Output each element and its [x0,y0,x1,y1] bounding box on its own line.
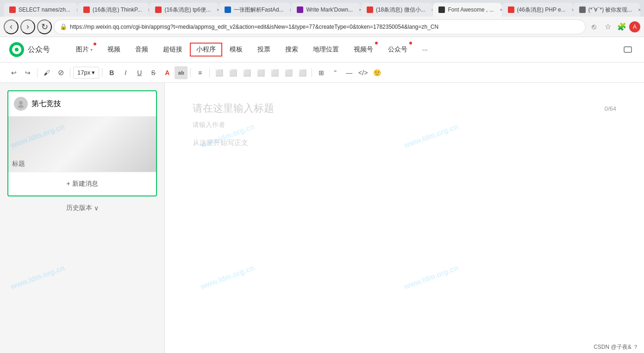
tab-9[interactable]: (*´∀`*) 被你发现... × [574,3,640,17]
indent-left-button[interactable]: ⬜ [213,66,225,79]
remove-format-button[interactable]: ⊘ [54,66,67,79]
preview-icon [623,45,632,54]
tab-label-1: SELECT names/zh... [19,6,70,13]
nav-item-more[interactable]: ··· [415,37,435,63]
tab-close-4[interactable]: × [288,6,291,13]
tab-1[interactable]: SELECT names/zh... × [4,3,77,17]
editor-author[interactable]: 请输入作者 [193,121,616,129]
nav-label-channels: 视频号 [354,45,373,54]
align-left-button[interactable]: ⬜ [240,66,253,79]
toolbar: ↩ ↪ 🖌 ⊘ 17px ▾ B I U S A ab ≡ ⬜ ⬜ ⬜ ⬜ ⬜ … [0,63,644,83]
tab-close-9[interactable]: × [636,6,640,13]
paint-format-button[interactable]: 🖌 [40,66,53,79]
nav-label-search: 搜索 [285,45,298,54]
nav-item-template[interactable]: 模板 [222,37,250,63]
nav-item-image[interactable]: 图片 ▾ [69,37,100,63]
toolbar-sep-6 [312,68,312,77]
url-text: https://mp.weixin.qq.com/cgi-bin/appmsg?… [70,24,438,30]
bookmark-button[interactable]: ☆ [601,20,614,33]
history-version-button[interactable]: 历史版本 ∨ [7,198,157,218]
undo-button[interactable]: ↩ [7,66,20,79]
nav-item-search[interactable]: 搜索 [278,37,306,63]
tab-close-5[interactable]: × [356,6,361,13]
nav-item-oa[interactable]: 公众号 [381,37,415,63]
redo-button[interactable]: ↪ [21,66,34,79]
lock-icon: 🔒 [60,23,67,30]
tab-3[interactable]: (16条消息) tp6便... × [150,3,218,17]
share-button[interactable]: ⎋ [588,20,600,33]
align-center-button[interactable]: ⬜ [254,66,267,79]
editor-area[interactable]: 请在这里输入标题 0/64 请输入作者 从这里开始写正文 [164,83,644,353]
tab-bar: SELECT names/zh... × (16条消息) ThinkP... ×… [0,0,644,17]
nav-item-audio[interactable]: 音频 [128,37,156,63]
underline-button[interactable]: U [133,66,146,79]
char-count: 0/64 [605,105,616,112]
nav-item-miniapp[interactable]: 小程序 [190,43,222,57]
app-container: 公众号 图片 ▾ 视频 音频 超链接 小程序 模板 [0,37,644,353]
align-button[interactable]: ≡ [194,66,206,79]
tab-label-7: Font Awesome , ... [448,6,494,13]
bold-button[interactable]: B [105,66,118,79]
font-color-button[interactable]: A [161,66,174,79]
table-button[interactable]: ⊞ [315,66,328,79]
tab-5[interactable]: Write Mark'Down... × [291,3,360,17]
editor-title[interactable]: 请在这里输入标题 [193,101,605,115]
indent-right-button[interactable]: ⬜ [226,66,239,79]
svg-rect-0 [624,47,631,52]
address-bar[interactable]: 🔒 https://mp.weixin.qq.com/cgi-bin/appms… [54,19,586,34]
extensions-button[interactable]: 🧩 [615,20,628,33]
toolbar-sep-2 [70,68,70,77]
channels-badge [375,42,378,44]
profile-button[interactable]: A [629,21,640,32]
article-card: 第七竞技 标题 + 新建消息 [7,90,157,196]
nav-preview-btn[interactable] [621,43,635,57]
tab-label-9: (*´∀`*) 被你发现... [588,6,632,14]
article-preview[interactable]: 标题 [8,116,156,172]
nav-item-video[interactable]: 视频 [100,37,128,63]
font-size-dropdown[interactable]: 17px ▾ [73,67,99,79]
editor-body[interactable]: 从这里开始写正文 [193,139,616,147]
strikethrough-button[interactable]: S [147,66,160,79]
nav-item-vote[interactable]: 投票 [250,37,278,63]
nav-item-channels[interactable]: 视频号 [346,37,381,63]
history-label: 历史版本 [66,204,92,212]
status-bar: CSDN @子夜& ？ [588,341,644,353]
account-name: 第七竞技 [31,99,61,109]
new-message-button[interactable]: + 新建消息 [8,172,156,195]
emoji-button[interactable]: 🙂 [370,66,383,79]
nav-label-vote: 投票 [257,45,270,54]
tab-close-6[interactable]: × [429,6,433,13]
tab-4[interactable]: 一张图解析FastAd... × [219,3,291,17]
back-button[interactable]: ‹ [4,19,19,34]
tab-close-8[interactable]: × [569,6,573,13]
tab-2[interactable]: (16条消息) ThinkP... × [78,3,149,17]
refresh-button[interactable]: ↻ [37,19,52,34]
forward-button[interactable]: › [20,19,35,34]
tab-close-2[interactable]: × [146,6,150,13]
code-button[interactable]: </> [356,66,369,79]
nav-arrow-image: ▾ [90,47,93,52]
oa-badge [409,42,412,44]
toolbar-sep-1 [37,68,38,77]
nav-item-location[interactable]: 地理位置 [306,37,346,63]
tab-favicon-6 [367,6,373,13]
logo-icon [9,42,24,57]
tab-7[interactable]: Font Awesome , ... × [433,3,501,17]
svg-point-2 [18,105,24,108]
nav-item-hyperlink[interactable]: 超链接 [156,37,190,63]
italic-button[interactable]: I [119,66,132,79]
tab-6[interactable]: (18条消息) 微信小... × [361,3,433,17]
tab-close-1[interactable]: × [74,6,77,13]
tab-8[interactable]: (46条消息) PHP e... × [502,3,573,17]
main-area: 第七竞技 标题 + 新建消息 历史版本 ∨ 请在这里输入标题 0/64 请输入作… [0,83,644,353]
bg-color-button[interactable]: ab [175,66,188,79]
tab-label-5: Write Mark'Down... [306,6,353,13]
align-right-button[interactable]: ⬜ [268,66,281,79]
tab-close-3[interactable]: × [214,6,219,13]
tab-close-7[interactable]: × [498,6,502,13]
list-button[interactable]: ⬜ [296,66,309,79]
line-height-button[interactable]: ⬜ [282,66,295,79]
quote-button[interactable]: " [329,66,342,79]
address-row: ‹ › ↻ 🔒 https://mp.weixin.qq.com/cgi-bin… [0,17,644,37]
divider-button[interactable]: — [343,66,356,79]
